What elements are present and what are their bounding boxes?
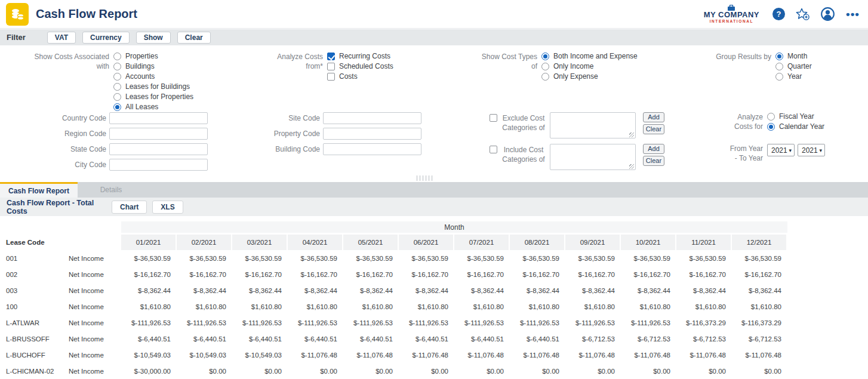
value-cell: $-36,530.59: [121, 255, 177, 262]
page-title: Cash Flow Report: [36, 7, 137, 21]
value-cell: $-116,373.29: [676, 319, 732, 326]
radio-both-income-and-expense[interactable]: [541, 53, 549, 60]
value-cell: $1,610.80: [732, 303, 787, 310]
property-code-input[interactable]: [323, 128, 421, 140]
radio-only-income[interactable]: [541, 63, 549, 70]
region-code-input[interactable]: [109, 128, 208, 140]
more-menu-icon[interactable]: •••: [846, 11, 860, 17]
property-code-label: Property Code: [221, 130, 320, 138]
month-header-12-2021: 12/2021: [732, 235, 787, 250]
cash-flow-report-page: Cash Flow Report MY COMPANY INTERNATIONA…: [0, 0, 868, 379]
value-cell: $-8,362.44: [399, 287, 454, 294]
radio-leases-for-properties[interactable]: [113, 93, 121, 101]
header-actions: MY COMPANY INTERNATIONAL ? •••: [704, 5, 868, 24]
help-icon[interactable]: ?: [772, 8, 785, 20]
month-header-02-2021: 02/2021: [177, 235, 232, 250]
value-cell: $-11,076.48: [288, 352, 343, 359]
radio-properties[interactable]: [113, 53, 121, 60]
tab-details[interactable]: Details: [78, 182, 144, 198]
analyze-costs-from-group: Analyze Costs from* Recurring CostsSched…: [263, 52, 393, 81]
month-group-header: Month: [121, 221, 787, 233]
lease-code-cell: 001: [0, 255, 69, 262]
year-range-label: From Year - To Year: [709, 144, 763, 163]
vat-button[interactable]: VAT: [47, 32, 76, 44]
value-cell: $1,610.80: [121, 303, 177, 310]
exclude-cost-categories-label: Exclude Cost Categories of: [502, 113, 545, 133]
table-row: 100Net Income$1,610.80$1,610.80$1,610.80…: [0, 298, 868, 315]
include-cost-categories-checkbox[interactable]: [490, 146, 497, 153]
clear-button[interactable]: Clear: [643, 124, 664, 134]
clear-button[interactable]: Clear: [177, 32, 211, 44]
exclude-cost-categories-textarea[interactable]: [550, 112, 636, 138]
user-avatar-icon[interactable]: [820, 7, 835, 21]
option-calendar-year: Calendar Year: [767, 122, 824, 131]
radio-year[interactable]: [775, 73, 783, 81]
value-cell: $-11,076.48: [732, 352, 787, 359]
xls-button[interactable]: XLS: [152, 201, 183, 214]
radio-month[interactable]: [775, 53, 783, 60]
currency-button[interactable]: Currency: [82, 32, 130, 44]
table-row: L-BRUSSOFFNet Income$-6,440.51$-6,440.51…: [0, 331, 868, 347]
value-cell: $0.00: [732, 368, 787, 375]
value-cell: $-11,076.48: [510, 352, 565, 359]
to-year-select[interactable]: 2021 ▾: [798, 144, 825, 156]
exclude-cost-categories-checkbox[interactable]: [490, 114, 497, 122]
chart-button[interactable]: Chart: [112, 201, 147, 214]
value-cell: $-8,362.44: [621, 287, 676, 294]
value-cell: $-8,362.44: [288, 287, 343, 294]
radio-all-leases[interactable]: [113, 103, 121, 111]
value-cell: $-11,076.48: [399, 352, 454, 359]
clear-button[interactable]: Clear: [643, 156, 664, 166]
checkbox-costs[interactable]: [327, 73, 335, 81]
option-recurring-costs: Recurring Costs: [327, 52, 393, 60]
state-code-input[interactable]: [109, 143, 208, 155]
panel-resize-handle[interactable]: [416, 175, 433, 181]
metric-cell: Net Income: [69, 319, 121, 326]
tab-cash-flow-report[interactable]: Cash Flow Report: [0, 182, 78, 198]
month-header-10-2021: 10/2021: [621, 235, 676, 250]
value-cell: $0.00: [621, 368, 676, 375]
value-cell: $-6,440.51: [232, 335, 288, 343]
radio-calendar-year[interactable]: [767, 123, 775, 131]
country-code-input[interactable]: [109, 112, 208, 124]
favorite-star-icon[interactable]: [796, 8, 809, 21]
property-code-field-row: Property Code: [221, 128, 421, 140]
value-cell: $0.00: [676, 368, 732, 375]
chevron-down-icon: ▾: [819, 147, 822, 153]
value-cell: $-16,162.70: [232, 271, 288, 278]
value-cell: $-111,926.53: [232, 319, 288, 326]
radio-only-expense[interactable]: [541, 73, 549, 81]
value-cell: $-36,530.59: [399, 255, 454, 262]
site-code-field-row: Site Code: [221, 112, 421, 124]
city-code-input[interactable]: [109, 159, 208, 171]
checkbox-scheduled-costs[interactable]: [327, 63, 335, 70]
value-cell: $-16,162.70: [288, 271, 343, 278]
option-accounts: Accounts: [113, 72, 193, 81]
value-cell: $-6,440.51: [454, 335, 510, 343]
include-cost-categories-label: Include Cost Categories of: [502, 145, 545, 164]
radio-accounts[interactable]: [113, 73, 121, 81]
table-row: 003Net Income$-8,362.44$-8,362.44$-8,362…: [0, 282, 868, 298]
radio-quarter[interactable]: [775, 63, 783, 70]
radio-buildings[interactable]: [113, 63, 121, 70]
checkbox-recurring-costs[interactable]: [327, 53, 335, 60]
building-code-input[interactable]: [323, 143, 421, 155]
value-cell: $-16,162.70: [399, 271, 454, 278]
lease-code-cell: 003: [0, 287, 69, 294]
value-cell: $-6,440.51: [121, 335, 177, 343]
radio-fiscal-year[interactable]: [767, 113, 775, 121]
from-year-select[interactable]: 2021 ▾: [767, 144, 795, 156]
site-code-input[interactable]: [323, 112, 421, 124]
add-button[interactable]: Add: [643, 144, 664, 154]
show-button[interactable]: Show: [136, 32, 171, 44]
add-button[interactable]: Add: [643, 112, 664, 122]
option-leases-for-properties: Leases for Properties: [113, 93, 193, 101]
value-cell: $-8,362.44: [121, 287, 177, 294]
option-costs: Costs: [327, 72, 393, 81]
include-cost-categories-textarea[interactable]: [550, 144, 636, 170]
value-cell: $-8,362.44: [454, 287, 510, 294]
value-cell: $1,610.80: [565, 303, 621, 310]
radio-leases-for-buildings[interactable]: [113, 83, 121, 91]
include-cost-categories: Include Cost Categories of AddClear: [490, 144, 664, 172]
lease-code-cell: L-BRUSSOFF: [0, 335, 69, 343]
